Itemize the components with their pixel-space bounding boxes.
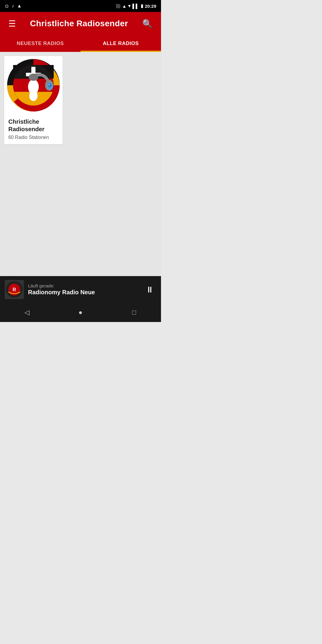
- back-button[interactable]: ◁: [18, 306, 36, 318]
- app-bar: ☰ Christliche Radiosender 🔍: [0, 12, 161, 35]
- radio-card-info: Christliche Radiosender 60 Radio Station…: [4, 114, 63, 144]
- svg-text:R: R: [13, 287, 16, 292]
- radio-card[interactable]: Christliche Radiosender 60 Radio Station…: [4, 56, 63, 144]
- home-icon: ●: [78, 309, 82, 316]
- main-content: Christliche Radiosender 60 Radio Station…: [0, 52, 161, 276]
- now-playing-title: Radionomy Radio Neue: [28, 289, 139, 296]
- now-playing-thumbnail: R: [5, 280, 24, 299]
- music-icon: ♪: [12, 3, 14, 9]
- now-playing-info: Läuft gerade: Radionomy Radio Neue: [28, 283, 139, 296]
- tab-alle-label: ALLE RADIOS: [103, 41, 139, 47]
- cell-icon: ▌▌: [132, 4, 139, 9]
- tab-alle-radios[interactable]: ALLE RADIOS: [80, 35, 161, 52]
- recents-icon: □: [132, 309, 136, 316]
- time: 20:29: [145, 4, 156, 9]
- status-bar: ⊙ ♪ ▲ ⬛ ▲ ▾ ▌▌ ▮ 20:29: [0, 0, 161, 12]
- upload-icon: ▲: [17, 3, 22, 9]
- now-playing-bar[interactable]: R Läuft gerade: Radionomy Radio Neue ⏸: [0, 276, 161, 303]
- status-bar-left: ⊙ ♪ ▲: [5, 3, 22, 9]
- now-playing-label: Läuft gerade:: [28, 283, 139, 288]
- pause-icon: ⏸: [145, 285, 154, 294]
- camera-icon: ⊙: [5, 3, 9, 9]
- tab-neueste-radios[interactable]: NEUESTE RADIOS: [0, 35, 80, 52]
- app-title: Christliche Radiosender: [30, 19, 128, 28]
- radio-card-image: [4, 56, 63, 114]
- home-button[interactable]: ●: [72, 306, 89, 318]
- recents-button[interactable]: □: [125, 306, 143, 318]
- signal-icon: ▲: [122, 4, 127, 9]
- nav-bar: ◁ ● □: [0, 303, 161, 322]
- search-button[interactable]: 🔍: [140, 16, 155, 31]
- tabs-bar: NEUESTE RADIOS ALLE RADIOS: [0, 35, 161, 52]
- radio-card-name: Christliche Radiosender: [8, 118, 58, 133]
- back-icon: ◁: [24, 309, 30, 316]
- svg-point-11: [29, 90, 38, 101]
- tab-neueste-label: NEUESTE RADIOS: [17, 41, 64, 47]
- radio-card-count: 60 Radio Stationen: [8, 135, 58, 140]
- menu-button[interactable]: ☰: [6, 16, 18, 31]
- status-bar-right: ⬛ ▲ ▾ ▌▌ ▮ 20:29: [116, 3, 157, 9]
- pause-button[interactable]: ⏸: [143, 282, 156, 297]
- cast-icon: ⬛: [116, 4, 120, 8]
- svg-point-12: [29, 74, 38, 81]
- svg-point-16: [48, 84, 50, 86]
- battery-icon: ▮: [141, 3, 143, 9]
- wifi-icon: ▾: [128, 3, 131, 9]
